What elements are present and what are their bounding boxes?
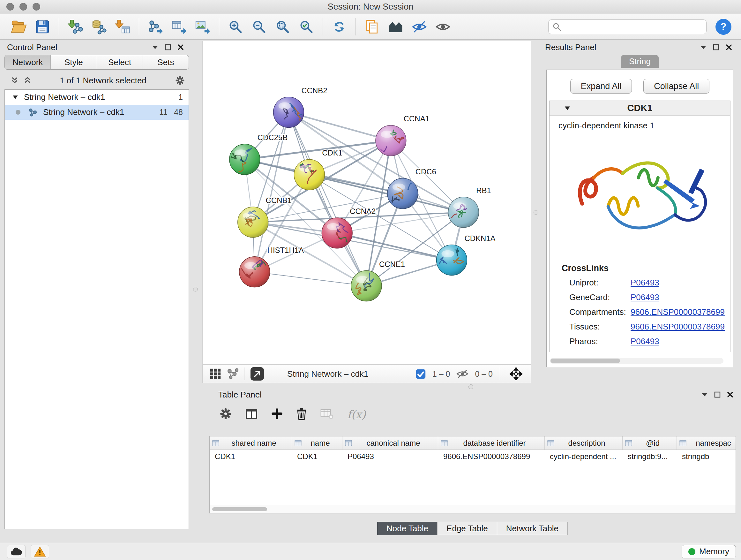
network-node-CCNA1[interactable] bbox=[376, 125, 406, 156]
expand-all-button[interactable]: Expand All bbox=[570, 79, 632, 94]
network-collection-row[interactable]: String Network – cdk1 1 bbox=[5, 90, 189, 105]
network-node-CCNB2[interactable] bbox=[273, 97, 306, 128]
open-in-window-button[interactable] bbox=[250, 367, 264, 381]
network-node-HIST1H1A[interactable] bbox=[239, 257, 270, 287]
column-type-icon bbox=[679, 440, 686, 446]
float-panel-icon[interactable] bbox=[712, 390, 723, 399]
gene-header[interactable]: CDK1 bbox=[549, 101, 730, 116]
network-canvas[interactable]: CCNB2CCNA1CDC25BCDK1CDC6RB1CCNB1CCNA2CDK… bbox=[202, 41, 531, 365]
copy-document-button[interactable] bbox=[362, 17, 382, 37]
tab-network[interactable]: Network bbox=[5, 55, 51, 69]
network-node-CDK1[interactable] bbox=[294, 159, 325, 190]
minimize-window-button[interactable] bbox=[19, 3, 27, 10]
apply-layout-button[interactable] bbox=[329, 17, 349, 37]
float-panel-icon[interactable] bbox=[162, 43, 174, 52]
zoom-selected-button[interactable] bbox=[296, 17, 317, 37]
import-network-database-button[interactable] bbox=[89, 17, 109, 37]
binoculars-button[interactable] bbox=[386, 17, 406, 37]
collection-label: String Network – cdk1 bbox=[24, 92, 167, 102]
cloud-status-button[interactable] bbox=[7, 545, 25, 558]
splitter-handle-left[interactable] bbox=[193, 287, 198, 292]
network-node-CDC25B[interactable] bbox=[229, 144, 260, 175]
zoom-in-button[interactable] bbox=[225, 17, 246, 37]
close-window-button[interactable] bbox=[6, 3, 14, 10]
delete-column-trash-icon[interactable] bbox=[296, 408, 307, 422]
export-network-button[interactable] bbox=[145, 17, 165, 37]
function-builder-icon[interactable]: f(x) bbox=[347, 408, 366, 421]
disclosure-triangle-icon[interactable] bbox=[12, 95, 18, 99]
crosslink-link[interactable]: 9606.ENSP00000378699 bbox=[630, 307, 725, 317]
network-node-CCNE1[interactable] bbox=[351, 267, 382, 301]
column-header-description[interactable]: description bbox=[545, 436, 623, 449]
search-input[interactable] bbox=[564, 21, 702, 32]
panel-menu-icon[interactable] bbox=[699, 390, 711, 399]
scrollbar-thumb[interactable] bbox=[212, 507, 267, 511]
tab-network-table[interactable]: Network Table bbox=[497, 522, 568, 535]
network-edge bbox=[255, 272, 366, 286]
column-header-shared-name[interactable]: shared name bbox=[210, 436, 292, 449]
tab-edge-table[interactable]: Edge Table bbox=[437, 522, 497, 535]
expand-all-networks-icon[interactable] bbox=[22, 76, 33, 85]
show-columns-icon[interactable] bbox=[245, 408, 258, 422]
column-header-canonical-name[interactable]: canonical name bbox=[342, 436, 438, 449]
disclosure-triangle-icon[interactable] bbox=[564, 106, 570, 111]
network-node-CDC6[interactable] bbox=[387, 178, 420, 209]
toolbar-search[interactable] bbox=[548, 19, 706, 34]
fit-content-crosshair-icon[interactable] bbox=[510, 368, 522, 380]
export-table-button[interactable] bbox=[169, 17, 189, 37]
tab-style[interactable]: Style bbox=[51, 55, 97, 69]
table-options-gear-icon[interactable] bbox=[219, 408, 232, 421]
network-node-CCNA2[interactable] bbox=[322, 218, 353, 248]
crosslink-link[interactable]: P06493 bbox=[630, 278, 659, 288]
help-button[interactable]: ? bbox=[716, 19, 731, 35]
hidden-eye-slash-icon[interactable] bbox=[456, 369, 468, 379]
tab-sets[interactable]: Sets bbox=[143, 55, 189, 69]
collapse-all-button[interactable]: Collapse All bbox=[643, 79, 710, 94]
column-header-name[interactable]: name bbox=[292, 436, 342, 449]
close-panel-icon[interactable] bbox=[723, 43, 735, 52]
create-column-plus-icon[interactable] bbox=[271, 408, 283, 421]
close-panel-icon[interactable] bbox=[175, 43, 186, 52]
column-header-database-identifier[interactable]: database identifier bbox=[438, 436, 545, 449]
save-session-button[interactable] bbox=[32, 17, 53, 37]
network-node-CCNB1[interactable] bbox=[238, 207, 268, 238]
import-table-file-button[interactable] bbox=[112, 17, 133, 37]
table-row[interactable]: CDK1CDK1P064939606.ENSP00000378699cyclin… bbox=[210, 450, 736, 463]
selected-checkbox-icon[interactable] bbox=[415, 369, 426, 379]
memory-button[interactable]: Memory bbox=[682, 545, 736, 558]
network-graph[interactable]: CCNB2CCNA1CDC25BCDK1CDC6RB1CCNB1CCNA2CDK… bbox=[203, 41, 531, 364]
float-panel-icon[interactable] bbox=[711, 43, 722, 52]
table-horizontal-scrollbar[interactable] bbox=[210, 505, 736, 513]
column-header-namespac[interactable]: namespac bbox=[677, 436, 736, 449]
column-header--id[interactable]: @id bbox=[623, 436, 677, 449]
tab-string[interactable]: String bbox=[621, 55, 659, 68]
network-options-gear-icon[interactable] bbox=[174, 76, 186, 85]
grid-view-button[interactable] bbox=[210, 368, 221, 380]
scrollbar-thumb[interactable] bbox=[550, 359, 620, 363]
warnings-button[interactable] bbox=[30, 545, 49, 558]
tab-select[interactable]: Select bbox=[97, 55, 143, 69]
panel-menu-icon[interactable] bbox=[697, 43, 709, 52]
crosslink-link[interactable]: P06493 bbox=[630, 336, 659, 347]
zoom-out-button[interactable] bbox=[249, 17, 269, 37]
network-overview-button[interactable] bbox=[226, 368, 239, 380]
open-session-button[interactable] bbox=[9, 17, 29, 37]
zoom-fit-button[interactable] bbox=[273, 17, 293, 37]
crosslink-link[interactable]: 9606.ENSP00000378699 bbox=[630, 322, 725, 332]
crosslink-link[interactable]: P06493 bbox=[630, 293, 659, 302]
network-row[interactable]: String Network – cdk1 11 48 bbox=[5, 105, 189, 120]
splitter-handle-bottom[interactable] bbox=[468, 384, 473, 389]
hide-selected-button[interactable] bbox=[409, 17, 429, 37]
export-image-button[interactable] bbox=[192, 17, 213, 37]
show-all-button[interactable] bbox=[433, 17, 453, 37]
network-node-CDKN1A[interactable] bbox=[432, 245, 467, 275]
close-panel-icon[interactable] bbox=[724, 390, 736, 399]
results-horizontal-scrollbar[interactable] bbox=[550, 358, 724, 364]
import-network-file-button[interactable] bbox=[65, 17, 85, 37]
collapse-all-networks-icon[interactable] bbox=[9, 76, 20, 85]
tab-node-table[interactable]: Node Table bbox=[377, 522, 437, 535]
splitter-handle-right[interactable] bbox=[534, 210, 538, 215]
panel-menu-icon[interactable] bbox=[149, 43, 161, 52]
maximize-window-button[interactable] bbox=[32, 3, 40, 10]
network-node-RB1[interactable] bbox=[441, 197, 479, 228]
